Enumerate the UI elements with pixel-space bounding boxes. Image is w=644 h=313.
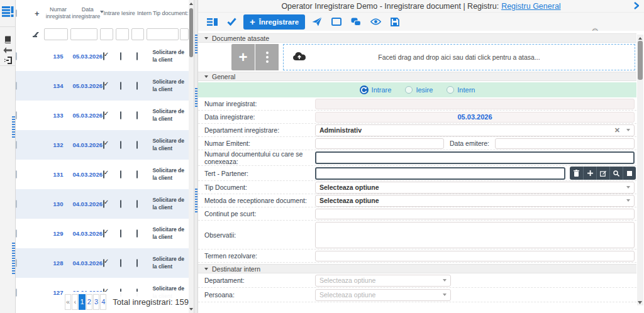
filter-numar-input[interactable] — [44, 28, 67, 40]
intrare-checkbox[interactable] — [103, 111, 104, 119]
intern-checkbox[interactable] — [136, 111, 138, 119]
splitter-drag-handle[interactable] — [195, 88, 197, 108]
filter-intern-input[interactable] — [131, 28, 145, 40]
row-checkbox[interactable] — [16, 111, 17, 119]
iesire-checkbox[interactable] — [120, 52, 121, 60]
row-checkbox[interactable] — [16, 141, 17, 149]
row-number-link[interactable]: 135 — [45, 53, 72, 60]
table-row[interactable]: 132 04.03.2026 Solicitare de la client — [16, 130, 189, 160]
edit-tert-button[interactable] — [596, 167, 609, 180]
pagination-page-4[interactable]: 4 — [100, 294, 106, 310]
list-view-icon[interactable] — [204, 15, 219, 29]
row-checkbox[interactable] — [16, 52, 17, 60]
registers-book-icon[interactable] — [0, 35, 15, 45]
table-row[interactable]: 134 05.03.2026 Solicitare de la client — [16, 71, 189, 101]
scroll-up-icon[interactable] — [638, 37, 642, 40]
table-row[interactable]: 131 04.03.2026 Solicitare de la client — [16, 160, 189, 189]
splitter-drag-handle[interactable] — [195, 189, 197, 212]
section-destinatar-intern[interactable]: Destinatar intern — [198, 264, 636, 273]
termen-input[interactable] — [315, 251, 635, 261]
intern-checkbox[interactable] — [136, 141, 138, 149]
data-inregistrare-input[interactable] — [315, 112, 635, 123]
row-checkbox[interactable] — [16, 259, 17, 267]
continut-input[interactable] — [315, 209, 635, 219]
section-general[interactable]: General — [198, 72, 636, 81]
conexare-input[interactable] — [315, 151, 635, 164]
column-header-data[interactable]: Data inregistrare — [72, 6, 103, 20]
column-header-intern[interactable]: Intern — [136, 10, 153, 17]
row-date-link[interactable]: 04.03.2026 — [72, 260, 103, 266]
form-scrollbar[interactable] — [637, 35, 643, 305]
tert-partener-input[interactable] — [315, 167, 565, 180]
register-button[interactable]: + Înregistrare — [243, 14, 305, 30]
intern-checkbox[interactable] — [136, 52, 138, 60]
radio-iesire[interactable]: Iesire — [405, 86, 433, 94]
logout-icon[interactable] — [0, 55, 15, 65]
send-icon[interactable] — [309, 15, 325, 29]
iesire-checkbox[interactable] — [120, 141, 121, 149]
scrollbar-thumb[interactable] — [189, 8, 193, 57]
intrare-checkbox[interactable] — [103, 259, 104, 267]
tip-document-select[interactable]: Selecteaza optiune — [315, 182, 635, 194]
row-number-link[interactable]: 134 — [45, 82, 72, 89]
intern-checkbox[interactable] — [136, 170, 138, 178]
save-icon[interactable] — [387, 15, 402, 29]
search-tert-button[interactable] — [609, 167, 623, 180]
row-date-link[interactable]: 05.03.2026 — [72, 82, 103, 89]
add-tert-button[interactable] — [583, 167, 596, 180]
row-number-link[interactable]: 129 — [45, 230, 72, 237]
sidebar-drag-handle[interactable] — [12, 243, 15, 275]
column-header-tip[interactable]: Tip document: — [153, 10, 189, 17]
add-row-button[interactable]: + — [30, 9, 45, 18]
row-number-link[interactable]: 128 — [45, 260, 72, 266]
radio-intrare[interactable]: Intrare — [360, 85, 392, 94]
table-scrollbar[interactable] — [189, 0, 194, 313]
intrare-checkbox[interactable] — [103, 52, 104, 60]
row-checkbox[interactable] — [16, 200, 17, 208]
eye-icon[interactable] — [368, 15, 383, 29]
column-header-iesire[interactable]: Iesire — [120, 10, 136, 17]
pagination-prev-button[interactable]: ‹ — [72, 294, 78, 310]
row-date-link[interactable]: 04.03.2026 — [72, 230, 103, 237]
filter-extra-input[interactable] — [180, 28, 189, 40]
filter-tip-input[interactable] — [147, 28, 179, 40]
intrare-checkbox[interactable] — [103, 82, 104, 90]
departament-inregistrare-select[interactable]: Administrativ ✕ — [315, 124, 635, 136]
table-row[interactable]: 129 04.03.2026 Solicitare de la client — [16, 219, 189, 248]
pagination-page-2[interactable]: 2 — [86, 294, 92, 310]
table-row[interactable]: 128 04.03.2026 Solicitare de la client — [16, 248, 189, 278]
row-checkbox[interactable] — [16, 288, 17, 297]
clear-selection-icon[interactable]: ✕ — [614, 126, 620, 135]
registry-link[interactable]: Registru General — [501, 2, 561, 11]
intrare-checkbox[interactable] — [103, 229, 104, 238]
filter-iesire-input[interactable] — [116, 28, 129, 40]
radio-intern[interactable]: Intern — [447, 86, 475, 94]
iesire-checkbox[interactable] — [120, 82, 121, 90]
data-emitere-input[interactable] — [495, 138, 635, 149]
metoda-select[interactable]: Selecteaza optiune — [315, 195, 635, 207]
iesire-checkbox[interactable] — [120, 259, 121, 267]
table-row[interactable]: 130 04.03.2026 Solicitare de la client — [16, 189, 189, 219]
splitter-drag-handle[interactable] — [195, 35, 197, 53]
row-date-link[interactable]: 05.03.2026 — [72, 53, 103, 60]
table-row[interactable]: 133 05.03.2026 Solicitare de la client — [16, 101, 189, 130]
intrare-checkbox[interactable] — [103, 170, 104, 178]
pagination-first-button[interactable]: « — [65, 294, 71, 310]
attachment-menu-button[interactable] — [255, 44, 279, 70]
row-checkbox[interactable] — [16, 170, 17, 178]
select-all-checkbox[interactable] — [16, 9, 17, 17]
iesire-checkbox[interactable] — [120, 111, 121, 119]
iesire-checkbox[interactable] — [120, 229, 121, 238]
numar-emitent-input[interactable] — [315, 138, 444, 149]
file-dropzone[interactable]: Faceti drag and drop aici sau dati click… — [283, 44, 635, 70]
intern-checkbox[interactable] — [136, 259, 138, 267]
intrare-checkbox[interactable] — [103, 141, 104, 149]
row-checkbox[interactable] — [16, 82, 17, 90]
intrare-checkbox[interactable] — [103, 200, 104, 208]
scroll-up-icon[interactable] — [189, 3, 193, 5]
pagination-page-3[interactable]: 3 — [93, 294, 99, 310]
pagination-page-1[interactable]: 1 — [79, 294, 85, 310]
scroll-down-icon[interactable] — [189, 308, 193, 310]
chat-icon[interactable] — [348, 15, 364, 29]
window-icon[interactable] — [329, 15, 344, 29]
